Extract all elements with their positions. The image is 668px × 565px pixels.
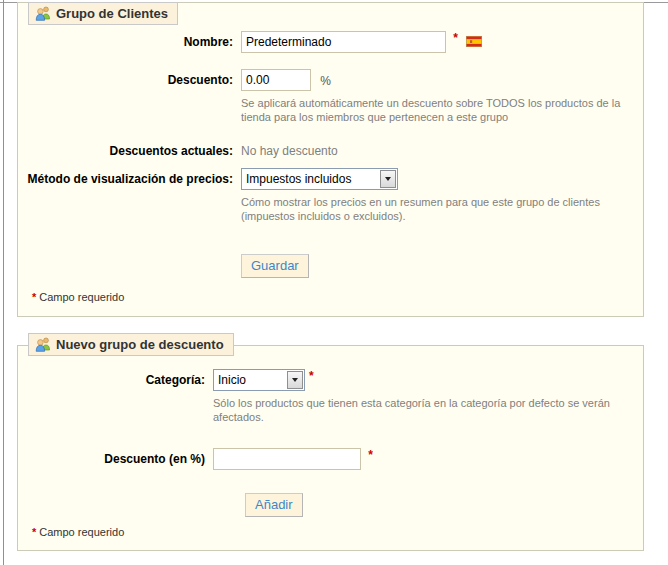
new-discount-input[interactable] [213, 448, 361, 470]
fieldset-title: Grupo de Clientes [56, 6, 168, 21]
price-display-help-text: Cómo mostrar los precios en un resumen p… [241, 195, 623, 224]
select-arrow-icon [380, 170, 396, 188]
new-discount-row: Descuento (en %) * [18, 448, 643, 470]
required-asterisk: * [453, 31, 458, 45]
selected-option: Inicio [218, 373, 246, 387]
selected-option: Impuestos incluidos [246, 172, 351, 186]
new-discount-label: Descuento (en %) [18, 448, 213, 467]
percent-suffix: % [320, 74, 331, 88]
content-left-border [3, 0, 4, 565]
fieldset-title: Nuevo grupo de descuento [56, 337, 224, 352]
name-row: Nombre: * [18, 31, 643, 53]
customers-group-icon [35, 6, 51, 21]
discount-help-text: Se aplicará automáticamente un descuento… [241, 96, 629, 125]
current-discounts-value: No hay descuento [241, 143, 643, 158]
current-discounts-row: Descuentos actuales: No hay descuento [18, 143, 643, 159]
add-button[interactable]: Añadir [245, 493, 303, 517]
customer-group-legend: Grupo de Clientes [28, 2, 178, 25]
new-discount-group-legend: Nuevo grupo de descuento [28, 333, 234, 356]
price-display-label: Método de visualización de precios: [18, 168, 241, 187]
discount-label: Descuento: [18, 69, 241, 88]
customers-group-icon [35, 337, 51, 352]
category-help-text: Sólo los productos que tienen esta categ… [213, 396, 613, 425]
price-display-row: Método de visualización de precios: Impu… [18, 168, 643, 224]
category-row: Categoría: Inicio * Sólo los productos q… [18, 369, 643, 425]
discount-row: Descuento: % Se aplicará automáticamente… [18, 69, 643, 125]
required-asterisk: * [368, 448, 373, 462]
required-asterisk: * [32, 291, 36, 303]
required-asterisk: * [309, 369, 314, 383]
required-field-note: *Campo requerido [32, 291, 643, 303]
new-discount-group-fieldset: Nuevo grupo de descuento Categoría: Inic… [17, 345, 644, 551]
category-select[interactable]: Inicio [213, 369, 305, 391]
price-display-select[interactable]: Impuestos incluidos [241, 168, 398, 190]
customer-group-fieldset: Grupo de Clientes Nombre: * Descuento: [17, 2, 644, 317]
name-input[interactable] [241, 31, 446, 53]
select-arrow-icon [287, 371, 303, 389]
current-discounts-label: Descuentos actuales: [18, 143, 241, 159]
required-asterisk: * [32, 526, 36, 538]
name-label: Nombre: [18, 31, 241, 50]
discount-input[interactable] [241, 69, 311, 91]
spanish-flag-icon[interactable] [466, 36, 482, 50]
save-button[interactable]: Guardar [241, 254, 309, 278]
category-label: Categoría: [18, 369, 213, 388]
required-field-note: *Campo requerido [32, 526, 643, 538]
